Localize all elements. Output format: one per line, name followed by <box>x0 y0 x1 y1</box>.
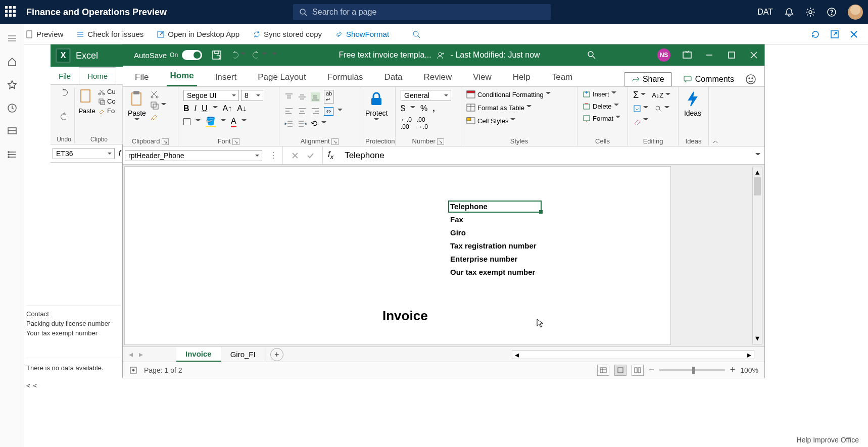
delete-cells-button[interactable]: Delete <box>583 102 620 110</box>
cancel-formula-icon[interactable] <box>291 152 299 160</box>
tab-view[interactable]: View <box>470 68 495 86</box>
bg-tab-home[interactable]: Home <box>79 67 116 84</box>
gear-icon[interactable] <box>805 7 815 17</box>
zoom-slider[interactable] <box>659 369 725 371</box>
fill-button-icon[interactable] <box>633 105 641 113</box>
tab-file[interactable]: File <box>132 68 152 86</box>
grow-font-button[interactable]: A↑ <box>223 104 232 113</box>
redo-dd-icon[interactable] <box>262 53 267 58</box>
chevron-down-icon[interactable] <box>242 119 247 124</box>
bg-formatpainter-button[interactable]: Fo <box>98 107 116 115</box>
chevron-down-icon[interactable] <box>643 118 648 123</box>
insert-cells-button[interactable]: Insert <box>583 90 620 98</box>
undo-tb-icon[interactable] <box>229 49 240 61</box>
add-sheet-button[interactable]: + <box>270 348 283 361</box>
qat-customize-icon[interactable] <box>272 53 277 58</box>
check-issues-link[interactable]: Check for issues <box>76 30 143 38</box>
format-as-table-button[interactable]: Format as Table <box>466 103 551 112</box>
underline-button[interactable]: U <box>202 104 208 113</box>
bg-copy-button[interactable]: Co <box>98 97 116 105</box>
chevron-down-icon[interactable] <box>337 109 343 114</box>
accounting-button[interactable]: $ <box>401 104 405 113</box>
ideas-button[interactable]: Ideas <box>684 90 702 117</box>
tab-team[interactable]: Team <box>549 68 576 86</box>
wrap-text-button[interactable]: ab↵ <box>324 90 334 104</box>
bell-icon[interactable] <box>784 7 794 17</box>
format-painter-icon[interactable] <box>150 112 159 121</box>
open-desktop-link[interactable]: Open in Desktop App <box>157 30 239 38</box>
tab-data[interactable]: Data <box>381 68 406 86</box>
minimize-icon[interactable] <box>704 49 715 61</box>
horizontal-scrollbar[interactable]: ◂▸ <box>512 350 754 359</box>
chevron-down-icon[interactable] <box>196 119 201 124</box>
formula-bar-value[interactable]: Telephone <box>339 151 755 161</box>
user-avatar[interactable] <box>848 5 863 20</box>
bg-cut-button[interactable]: Cu <box>98 88 116 95</box>
sheet-nav-first-icon[interactable]: ◂ <box>126 350 136 359</box>
conditional-formatting-button[interactable]: Conditional Formatting <box>466 90 551 99</box>
fill-color-button[interactable]: 🪣 <box>206 116 216 127</box>
search-small-icon[interactable] <box>412 30 420 38</box>
chevron-down-icon[interactable] <box>321 121 326 126</box>
tab-help[interactable]: Help <box>510 68 534 86</box>
expand-fbar-icon[interactable] <box>755 153 760 158</box>
redo-icon[interactable] <box>60 112 69 121</box>
name-box[interactable]: rptHeader_Phone <box>125 150 262 161</box>
record-macro-icon[interactable] <box>129 366 138 375</box>
zoom-in-button[interactable]: + <box>730 365 736 375</box>
smiley-icon[interactable] <box>745 74 756 85</box>
maximize-icon[interactable] <box>726 49 737 61</box>
undo-icon[interactable] <box>60 88 69 97</box>
preview-link[interactable]: Preview <box>25 30 63 38</box>
sheet-tab-giro[interactable]: Giro_FI <box>221 347 265 361</box>
hscroll-right-icon[interactable]: ▸ <box>745 350 754 360</box>
home-icon[interactable] <box>7 57 17 67</box>
user-initials[interactable]: NS <box>657 48 670 62</box>
hamburger-icon[interactable] <box>7 33 17 43</box>
show-format-link[interactable]: ShowFormat <box>335 30 389 38</box>
scroll-down-icon[interactable]: ▾ <box>753 333 762 343</box>
namebox-menu-icon[interactable]: ⋮ <box>264 151 282 160</box>
close-icon[interactable] <box>849 29 859 39</box>
number-format-select[interactable]: General <box>401 90 451 101</box>
tab-pagelayout[interactable]: Page Layout <box>255 68 309 86</box>
zoom-out-button[interactable]: − <box>649 365 654 375</box>
page-break-view-button[interactable] <box>632 365 644 376</box>
sheet-nav-prev-icon[interactable]: ▸ <box>136 350 146 359</box>
bold-button[interactable]: B <box>183 104 189 113</box>
bg-namebox-value[interactable]: ET36 <box>53 148 115 159</box>
tab-home[interactable]: Home <box>167 67 197 86</box>
merge-button[interactable]: ⇔ <box>324 107 333 116</box>
hscroll-left-icon[interactable]: ◂ <box>512 350 521 360</box>
chevron-down-icon[interactable] <box>643 106 648 111</box>
chevron-down-icon[interactable] <box>641 93 646 98</box>
font-select[interactable]: Segoe UI <box>183 90 239 101</box>
find-button-icon[interactable] <box>654 105 662 113</box>
ribbon-mode-icon[interactable] <box>682 49 693 61</box>
help-improve-link[interactable]: Help Improve Office <box>797 436 859 444</box>
percent-button[interactable]: % <box>420 104 427 113</box>
worksheet-page[interactable]: Telephone Fax Giro Tax registration numb… <box>125 167 670 344</box>
bg-paste-button[interactable]: Paste <box>78 88 96 115</box>
tab-formulas[interactable]: Formulas <box>324 68 366 86</box>
clear-button-icon[interactable] <box>633 117 641 125</box>
bg-nav-first-icon[interactable]: < <box>26 382 30 389</box>
bg-tab-file[interactable]: File <box>51 68 79 84</box>
align-top-icon[interactable] <box>284 92 294 102</box>
vertical-scrollbar[interactable]: ▴ ▾ <box>752 167 762 344</box>
bg-nav-prev-icon[interactable]: < <box>33 382 37 389</box>
coauthor-icon[interactable] <box>437 51 446 60</box>
company-code[interactable]: DAT <box>757 8 773 17</box>
chevron-down-icon[interactable] <box>221 119 226 124</box>
align-right-icon[interactable] <box>311 107 320 116</box>
tb-search-icon[interactable] <box>587 50 597 60</box>
align-left-icon[interactable] <box>284 107 294 116</box>
share-button[interactable]: Share <box>624 72 672 86</box>
global-search[interactable]: Search for a page <box>293 4 551 20</box>
increase-decimal-button[interactable]: ←.0.00 <box>401 116 412 130</box>
chevron-down-icon[interactable] <box>161 103 166 108</box>
clock-icon[interactable] <box>7 103 17 113</box>
chevron-down-icon[interactable] <box>664 106 669 111</box>
sync-link[interactable]: Sync stored copy <box>253 30 322 38</box>
font-color-button[interactable]: A <box>231 117 236 127</box>
